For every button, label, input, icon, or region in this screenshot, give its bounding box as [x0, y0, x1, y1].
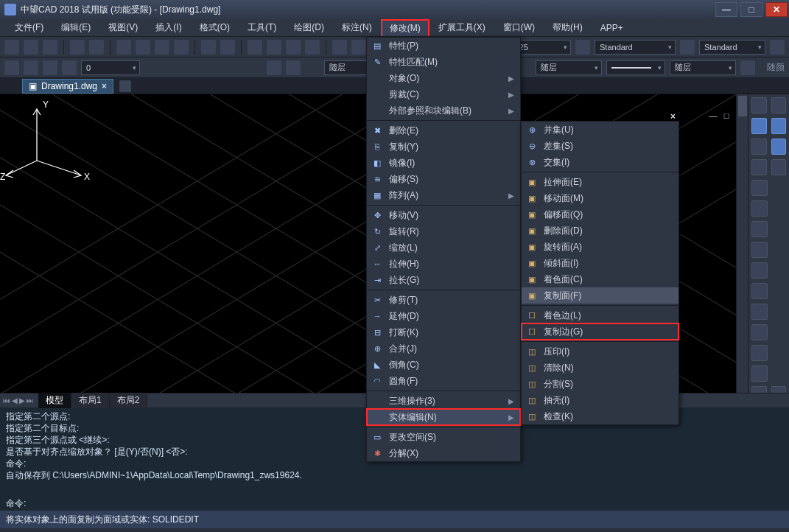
menu-check[interactable]: ◫检查(K): [522, 408, 678, 424]
menu-subtract[interactable]: ⊖差集(S): [522, 138, 678, 154]
scrollbar-thumb[interactable]: [738, 96, 747, 116]
explode-tool-icon[interactable]: [771, 386, 787, 393]
menu-window[interactable]: 窗口(W): [494, 19, 544, 36]
pan-icon[interactable]: [248, 40, 262, 55]
line-tool-icon[interactable]: [751, 97, 767, 113]
linetype-combo[interactable]: 随层: [536, 60, 602, 75]
copy-tool-icon[interactable]: [771, 118, 787, 134]
chamfer-tool-icon[interactable]: [751, 345, 768, 361]
menu-rotate[interactable]: ↻旋转(R): [367, 223, 520, 239]
menu-file[interactable]: 文件(F): [6, 19, 52, 36]
menu-properties[interactable]: ▤特性(P): [367, 38, 520, 54]
menu-modify[interactable]: 修改(M): [381, 19, 429, 36]
menu-extrude-face[interactable]: ▣拉伸面(E): [522, 174, 678, 190]
extra-button-icon[interactable]: [740, 60, 755, 75]
break-tool-icon[interactable]: [751, 304, 768, 320]
menu-scale[interactable]: ⤢缩放(L): [367, 239, 520, 256]
zoom-realtime-icon[interactable]: [267, 40, 281, 55]
menu-solid-editing[interactable]: 实体编辑(N)▶: [367, 409, 520, 425]
menu-insert[interactable]: 插入(I): [147, 19, 190, 36]
tab-layout2[interactable]: 布局2: [110, 393, 148, 408]
menu-view[interactable]: 视图(V): [99, 19, 147, 36]
textstyle-icon[interactable]: [575, 40, 590, 55]
close-button[interactable]: ✕: [765, 2, 788, 17]
menu-intersect[interactable]: ⊗交集(I): [522, 154, 678, 170]
tab-model[interactable]: 模型: [38, 393, 71, 408]
child-minimize-icon[interactable]: —: [708, 111, 718, 121]
layer-freeze-icon[interactable]: [43, 60, 57, 75]
menu-app[interactable]: APP+: [592, 19, 632, 36]
layer-combo[interactable]: 0: [81, 60, 140, 75]
menu-ext-tools[interactable]: 扩展工具(X): [429, 19, 494, 36]
block-create-icon[interactable]: [286, 60, 301, 75]
move-tool-icon[interactable]: [751, 180, 768, 196]
tab-first-icon[interactable]: ⏮: [3, 396, 10, 405]
menu-taper-face[interactable]: ▣倾斜面(I): [522, 255, 678, 271]
menu-xref-block-edit[interactable]: 外部参照和块编辑(B)▶: [367, 102, 520, 119]
tablestyle-icon[interactable]: [680, 40, 695, 55]
new-tab-icon[interactable]: [119, 80, 131, 92]
menu-extend[interactable]: →延伸(D): [367, 308, 520, 324]
command-input[interactable]: 命令:: [0, 496, 789, 511]
scale-tool-icon[interactable]: [751, 221, 768, 237]
menu-offset-face[interactable]: ▣偏移面(Q): [522, 206, 678, 223]
save-icon[interactable]: [43, 40, 57, 55]
menu-object[interactable]: 对象(O)▶: [367, 70, 520, 86]
erase-tool-icon[interactable]: [771, 97, 787, 113]
submenu-close-icon[interactable]: ×: [670, 111, 676, 122]
menu-fillet[interactable]: ◠圆角(F): [367, 373, 520, 389]
properties-icon[interactable]: [332, 40, 347, 55]
paste-icon[interactable]: [155, 40, 169, 55]
stretch-tool-icon[interactable]: [751, 242, 768, 258]
menu-chamfer[interactable]: ◣倒角(C): [367, 357, 520, 373]
join-tool-icon[interactable]: [751, 324, 768, 340]
select-tool-icon[interactable]: [771, 139, 787, 155]
menu-move-face[interactable]: ▣移动面(M): [522, 190, 678, 206]
menu-draw[interactable]: 绘图(D): [285, 19, 333, 36]
tab-next-icon[interactable]: ▶: [19, 396, 25, 405]
menu-shell[interactable]: ◫抽壳(I): [522, 392, 678, 408]
fillet-tool-icon[interactable]: [751, 365, 768, 382]
menu-color-face[interactable]: ▣着色面(C): [522, 271, 678, 287]
menu-change-space[interactable]: ▭更改空间(S): [367, 429, 520, 445]
menu-clip[interactable]: 剪裁(C)▶: [367, 86, 520, 102]
rect-tool-icon[interactable]: [751, 159, 767, 175]
vertical-scrollbar[interactable]: [736, 94, 748, 393]
menu-union[interactable]: ⊕并集(U): [522, 122, 678, 138]
menu-help[interactable]: 帮助(H): [544, 19, 592, 36]
plotstyle-combo[interactable]: 随层: [670, 60, 736, 75]
undo-icon[interactable]: [201, 40, 216, 55]
multileader-icon[interactable]: [770, 40, 785, 55]
extend-tool-icon[interactable]: [751, 283, 768, 299]
menu-imprint[interactable]: ◫压印(I): [522, 343, 678, 360]
lineweight-combo[interactable]: [606, 60, 665, 75]
tab-last-icon[interactable]: ⏭: [27, 396, 34, 405]
menu-clean[interactable]: ◫清除(N): [522, 360, 678, 376]
menu-stretch[interactable]: ↔拉伸(H): [367, 256, 520, 272]
menu-rotate-face[interactable]: ▣旋转面(A): [522, 239, 678, 255]
menu-join[interactable]: ⊕合并(J): [367, 340, 520, 357]
menu-copy-face[interactable]: ▣复制面(F): [522, 287, 678, 304]
cut-icon[interactable]: [116, 40, 131, 55]
rotate-tool-icon[interactable]: [751, 200, 768, 217]
menu-delete[interactable]: ✖删除(E): [367, 122, 520, 139]
menu-lengthen[interactable]: ⇥拉长(G): [367, 272, 520, 288]
menu-break[interactable]: ⊟打断(K): [367, 324, 520, 340]
design-center-icon[interactable]: [351, 40, 366, 55]
child-maximize-icon[interactable]: □: [721, 111, 732, 121]
zoom-window-icon[interactable]: [286, 40, 301, 55]
menu-mirror[interactable]: ◧镜像(I): [367, 155, 520, 171]
close-tab-icon[interactable]: ×: [102, 81, 107, 91]
menu-format[interactable]: 格式(O): [191, 19, 239, 36]
menu-3d-operations[interactable]: 三维操作(3)▶: [367, 393, 520, 409]
menu-color-edge[interactable]: ☐着色边(L): [522, 307, 678, 323]
menu-match-properties[interactable]: ✎特性匹配(M): [367, 54, 520, 70]
menu-array[interactable]: ▦阵列(A)▶: [367, 187, 520, 203]
open-file-icon[interactable]: [24, 40, 38, 55]
mirror-tool-icon[interactable]: [751, 139, 767, 155]
menu-copy-edge[interactable]: ☐复制边(G): [522, 323, 678, 340]
menu-move[interactable]: ✥移动(V): [367, 207, 520, 223]
tab-prev-icon[interactable]: ◀: [12, 396, 18, 405]
tab-layout1[interactable]: 布局1: [71, 393, 110, 408]
redo-icon[interactable]: [220, 40, 235, 55]
